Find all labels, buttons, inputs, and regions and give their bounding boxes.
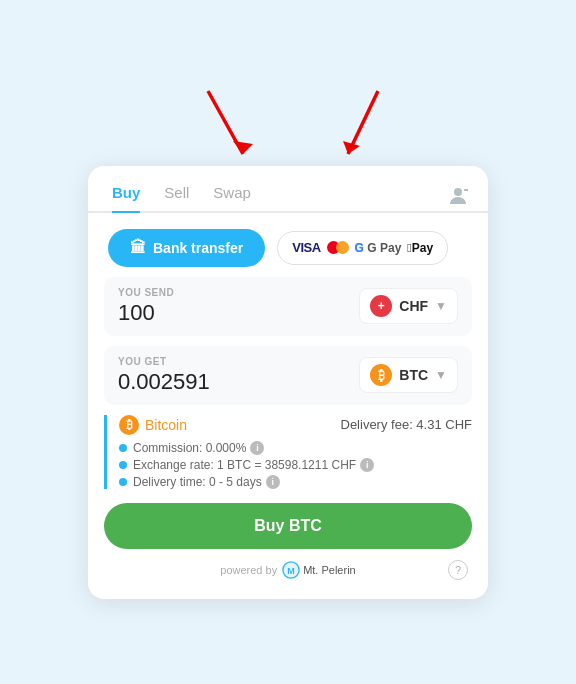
pelerin-logo: M Mt. Pelerin [282, 561, 356, 579]
you-get-field: YOU GET 0.002591 ₿ BTC ▼ [104, 346, 472, 405]
btc-flag: ₿ [370, 364, 392, 386]
payment-row: 🏛 Bank transfer VISA G G Pay Pay [88, 213, 488, 277]
chf-flag: + [370, 295, 392, 317]
user-icon[interactable] [444, 182, 472, 210]
you-send-amount[interactable]: 100 [118, 300, 174, 326]
exchange-info-icon[interactable]: i [360, 458, 374, 472]
delivery-time-dot [119, 478, 127, 486]
user-icon-wrap[interactable] [444, 182, 472, 210]
exchange-rate-dot [119, 461, 127, 469]
bank-transfer-button[interactable]: 🏛 Bank transfer [108, 229, 265, 267]
tabs-row: Buy Sell Swap [88, 166, 488, 213]
gpay-label: G G Pay [355, 241, 402, 255]
commission-text: Commission: 0.000% [133, 441, 246, 455]
svg-text:M: M [287, 565, 295, 575]
svg-line-2 [348, 91, 378, 154]
bank-icon: 🏛 [130, 239, 146, 257]
you-send-currency[interactable]: + CHF ▼ [359, 288, 458, 324]
you-get-label: YOU GET [118, 356, 210, 367]
powered-by-text: powered by [220, 564, 277, 576]
coin-name: ₿ Bitcoin [119, 415, 187, 435]
applepay-label: Pay [407, 241, 433, 255]
visa-label: VISA [292, 240, 320, 255]
svg-marker-1 [233, 141, 253, 154]
footer: powered by M Mt. Pelerin ? [88, 557, 488, 579]
exchange-rate-text: Exchange rate: 1 BTC = 38598.1211 CHF [133, 458, 356, 472]
pelerin-icon: M [282, 561, 300, 579]
bitcoin-label: Bitcoin [145, 417, 187, 433]
bitcoin-icon: ₿ [119, 415, 139, 435]
you-send-field: YOU SEND 100 + CHF ▼ [104, 277, 472, 336]
tab-buy[interactable]: Buy [112, 184, 140, 213]
info-section: ₿ Bitcoin Delivery fee: 4.31 CHF Commiss… [104, 415, 472, 489]
delivery-time-line: Delivery time: 0 - 5 days i [119, 475, 472, 489]
help-icon[interactable]: ? [448, 560, 468, 580]
tab-swap[interactable]: Swap [213, 184, 251, 213]
you-get-left: YOU GET 0.002591 [118, 356, 210, 395]
delivery-time-text: Delivery time: 0 - 5 days [133, 475, 262, 489]
you-send-left: YOU SEND 100 [118, 287, 174, 326]
you-send-label: YOU SEND [118, 287, 174, 298]
tab-sell[interactable]: Sell [164, 184, 189, 213]
btc-code: BTC [399, 367, 428, 383]
coin-row: ₿ Bitcoin Delivery fee: 4.31 CHF [119, 415, 472, 435]
commission-line: Commission: 0.000% i [119, 441, 472, 455]
main-card: Buy Sell Swap 🏛 Bank transfer VISA G G P… [88, 166, 488, 599]
commission-dot [119, 444, 127, 452]
chf-chevron-icon: ▼ [435, 299, 447, 313]
svg-line-0 [208, 91, 243, 154]
buy-btc-button[interactable]: Buy BTC [104, 503, 472, 549]
mastercard-icon [327, 240, 349, 256]
commission-info-icon[interactable]: i [250, 441, 264, 455]
svg-marker-3 [343, 141, 360, 154]
card-payment-button[interactable]: VISA G G Pay Pay [277, 231, 448, 265]
pelerin-brand: Mt. Pelerin [303, 564, 356, 576]
you-get-currency[interactable]: ₿ BTC ▼ [359, 357, 458, 393]
delivery-info-icon[interactable]: i [266, 475, 280, 489]
btc-chevron-icon: ▼ [435, 368, 447, 382]
delivery-fee: Delivery fee: 4.31 CHF [341, 417, 473, 432]
chf-code: CHF [399, 298, 428, 314]
exchange-rate-line: Exchange rate: 1 BTC = 38598.1211 CHF i [119, 458, 472, 472]
bank-transfer-label: Bank transfer [153, 240, 243, 256]
svg-point-4 [454, 188, 462, 196]
you-get-amount[interactable]: 0.002591 [118, 369, 210, 395]
